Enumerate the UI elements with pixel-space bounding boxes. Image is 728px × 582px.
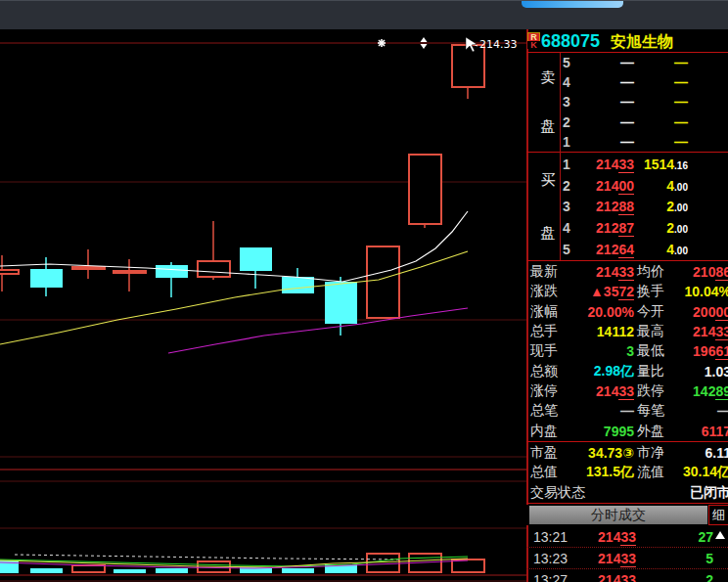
candle-up	[114, 271, 146, 273]
stat-row: 现手3最低19661	[526, 341, 728, 361]
stat-value: 1.03	[705, 364, 728, 380]
value-main: 4	[666, 242, 674, 257]
stat-label: 涨停	[530, 382, 558, 400]
stat-value: 3	[626, 343, 634, 359]
ask-row[interactable]: 5——	[526, 53, 728, 72]
divider	[526, 503, 728, 504]
stat-value: —	[717, 403, 728, 419]
value-decimals: 61	[715, 343, 728, 360]
stat-value: 131.5亿	[586, 464, 634, 481]
volume-bar-down	[282, 568, 314, 573]
stat-row: 涨跌▲3572换手10.04%	[526, 282, 728, 301]
stat-value: 2.98亿	[594, 363, 634, 381]
tick-row[interactable]: 13:23214335	[526, 548, 728, 569]
value-main: —	[620, 74, 634, 90]
stat-label: 市净	[637, 444, 664, 462]
value-main: 214	[596, 157, 618, 172]
volume-bar-down	[114, 569, 146, 573]
queue-volume: —	[674, 74, 688, 90]
queue-price: —	[620, 74, 634, 90]
tab-minute-trades[interactable]: 分时成交	[529, 506, 707, 524]
stat-label: 最新	[530, 263, 558, 281]
event-marker-updown-icon	[421, 44, 428, 49]
event-marker-updown-icon	[421, 37, 428, 42]
value-main: 210	[693, 264, 715, 280]
stat-row: 内盘7995外盘6117	[526, 422, 728, 441]
value-main: 142	[693, 383, 715, 399]
stat-value: 21433	[693, 324, 728, 339]
value-main: 212	[596, 199, 618, 214]
tab-bar: 分时成交 细	[526, 505, 728, 525]
queue-level: 2	[563, 114, 570, 130]
stat-label: 交易状态	[530, 484, 585, 502]
value-main: 131.5亿	[586, 464, 634, 479]
stat-row: 总额2.98亿量比1.03	[526, 362, 728, 381]
value-main: 已闭市	[690, 484, 728, 500]
value-main: —	[674, 55, 688, 70]
queue-price: 21287	[596, 220, 634, 236]
stat-value: 21433	[596, 264, 634, 280]
candle-up	[452, 45, 484, 87]
stat-value: 6117	[702, 424, 728, 439]
ask-row[interactable]: 4——	[526, 72, 728, 92]
queue-price: 21264	[596, 242, 634, 257]
valuation-grid: 市盈34.73③市净6.11总值131.5亿流值30.14亿交易状态已闭市	[526, 443, 728, 503]
stat-value: 14112	[597, 324, 634, 339]
volume-bar-up	[72, 565, 105, 572]
kline-chart[interactable]: 214.33	[0, 29, 526, 582]
tick-price: 21433	[598, 572, 636, 582]
volume-bar-up	[367, 554, 399, 572]
tick-row[interactable]: 13:212143327	[526, 526, 728, 548]
bid-row[interactable]: 1214331514.16	[526, 154, 728, 175]
bid-row[interactable]: 4212872.00	[526, 217, 728, 239]
stat-label: 跌停	[637, 382, 664, 400]
trading-app-window: 214.33 R K 688075 安旭生物 卖盘 5——4——3——2——1—…	[0, 0, 728, 582]
value-main: 2	[666, 199, 674, 214]
stat-row: 总值131.5亿流值30.14亿	[526, 463, 728, 482]
ask-row[interactable]: 2——	[526, 112, 728, 132]
topbar-tab-indicator[interactable]	[522, 1, 623, 8]
candle-down	[325, 282, 357, 324]
value-main: 20.00%	[588, 304, 634, 320]
value-main: 200	[693, 304, 715, 320]
tick-row[interactable]: 13:27214332	[526, 569, 728, 582]
candle-up	[409, 155, 441, 224]
ask-row[interactable]: 3——	[526, 92, 728, 112]
stat-value: 21433	[596, 383, 634, 399]
stat-row: 涨幅20.00%今开20000	[526, 302, 728, 322]
value-decimals: .00	[674, 202, 688, 213]
value-decimals: 33	[715, 324, 728, 340]
queue-level: 1	[563, 157, 570, 172]
value-decimals: 87	[618, 220, 634, 237]
buy-queue: 1214331514.162214004.003212882.004212872…	[526, 154, 728, 260]
bid-row[interactable]: 5212644.00	[526, 239, 728, 260]
value-decimals: 64	[618, 242, 634, 258]
stat-value: 34.73③	[588, 445, 634, 461]
candle-down	[30, 269, 63, 288]
candle-up	[367, 246, 399, 318]
stat-value: 10.04%	[685, 284, 728, 299]
stat-value: 7995	[604, 424, 634, 439]
queue-price: —	[620, 114, 634, 130]
value-decimals: 00	[618, 178, 634, 195]
tick-volume: 2	[705, 572, 713, 582]
candle-up	[0, 270, 19, 274]
stat-label: 量比	[637, 363, 664, 381]
value-main: 2	[666, 220, 674, 236]
ask-row[interactable]: 1——	[526, 132, 728, 152]
value-main: —	[620, 94, 634, 110]
value-main: 214	[596, 178, 618, 194]
candle-down	[282, 277, 314, 293]
value-main: 214	[598, 572, 620, 582]
queue-volume: —	[674, 114, 688, 130]
bid-row[interactable]: 2214004.00	[526, 175, 728, 197]
stat-value: 14289	[693, 383, 728, 399]
sell-queue: 5——4——3——2——1——	[526, 53, 728, 152]
value-main: —	[620, 114, 634, 130]
stat-label: 总值	[530, 464, 558, 481]
bid-row[interactable]: 3212882.00	[526, 197, 728, 218]
stock-code: 688075	[541, 30, 600, 52]
value-main: —	[674, 134, 688, 150]
tab-detail-partial[interactable]: 细	[708, 505, 728, 525]
stat-row: 市盈34.73③市净6.11	[526, 443, 728, 463]
